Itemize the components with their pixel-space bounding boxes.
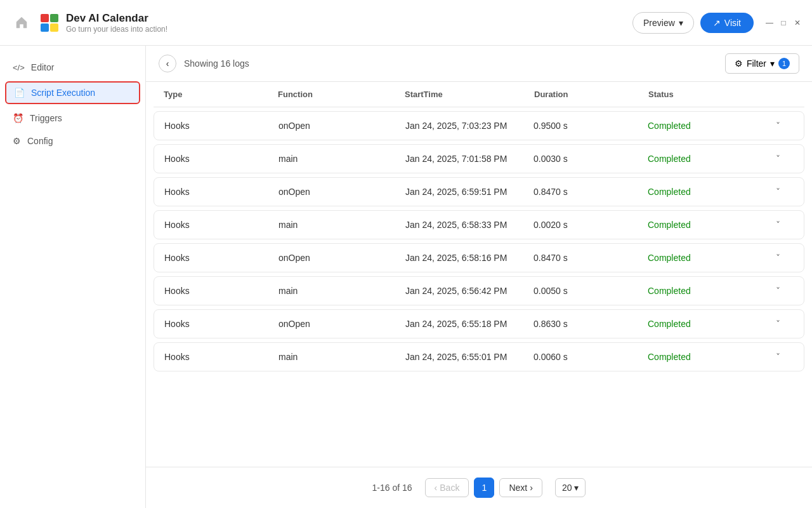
cell-starttime: Jan 24, 2025, 6:59:51 PM [405,187,534,197]
close-button[interactable]: ✕ [793,18,802,27]
cell-starttime: Jan 24, 2025, 6:55:01 PM [405,352,534,362]
table-rows: Hooks onOpen Jan 24, 2025, 7:03:23 PM 0.… [154,111,804,371]
chevron-left-icon: ‹ [166,58,169,69]
sidebar-item-config[interactable]: ⚙ Config [0,130,145,152]
home-icon[interactable] [10,11,33,34]
col-starttime: StartTime [405,90,534,99]
cell-type: Hooks [164,121,278,131]
cell-status: Completed [648,319,762,329]
cell-starttime: Jan 24, 2025, 6:58:33 PM [405,220,534,230]
chevron-down-icon: ▾ [679,18,683,28]
cell-duration: 0.8630 s [534,319,648,329]
cell-function: onOpen [278,187,405,197]
cell-status: Completed [648,220,762,230]
cell-starttime: Jan 24, 2025, 6:58:16 PM [405,253,534,263]
cell-duration: 0.0020 s [534,220,648,230]
showing-label: Showing 16 logs [184,58,249,69]
triggers-icon: ⏰ [13,113,23,123]
cell-function: onOpen [278,253,405,263]
app-title: Dev AI Calendar [66,12,167,25]
sidebar: </> Editor 📄 Script Execution ⏰ Triggers… [0,46,146,508]
cell-type: Hooks [164,319,278,329]
next-button[interactable]: Next › [499,478,542,497]
page-range: 1-16 of 16 [372,483,412,493]
maximize-button[interactable]: □ [779,18,788,27]
code-icon: </> [13,63,25,72]
cell-status: Completed [648,121,762,131]
cell-status: Completed [648,352,762,362]
table-row[interactable]: Hooks main Jan 24, 2025, 6:58:33 PM 0.00… [154,210,804,239]
filter-button[interactable]: ⚙ Filter ▾ 1 [725,53,799,74]
expand-icon[interactable]: ˅ [762,154,794,164]
script-icon: 📄 [14,88,25,98]
chevron-left-icon: ‹ [435,483,438,493]
expand-icon[interactable]: ˅ [762,220,794,230]
cell-type: Hooks [164,253,278,263]
filter-badge: 1 [778,58,790,69]
cell-function: main [278,286,405,296]
table-header: Type Function StartTime Duration Status [154,82,804,107]
cell-starttime: Jan 24, 2025, 6:55:18 PM [405,319,534,329]
cell-starttime: Jan 24, 2025, 6:56:42 PM [405,286,534,296]
cell-function: main [278,154,405,164]
col-duration: Duration [534,90,648,99]
page-number-1[interactable]: 1 [474,478,494,498]
col-type: Type [164,90,278,99]
cell-status: Completed [648,253,762,263]
table-row[interactable]: Hooks onOpen Jan 24, 2025, 7:03:23 PM 0.… [154,111,804,140]
expand-icon[interactable]: ˅ [762,187,794,197]
cell-duration: 0.9500 s [534,121,648,131]
cell-function: onOpen [278,319,405,329]
table-row[interactable]: Hooks main Jan 24, 2025, 6:55:01 PM 0.00… [154,342,804,371]
col-function: Function [278,90,405,99]
table-row[interactable]: Hooks onOpen Jan 24, 2025, 6:55:18 PM 0.… [154,309,804,338]
col-status: Status [648,90,763,99]
config-icon: ⚙ [13,136,21,146]
sidebar-editor-label: </> Editor [0,56,145,79]
cell-function: main [278,220,405,230]
cell-duration: 0.8470 s [534,187,648,197]
table-row[interactable]: Hooks onOpen Jan 24, 2025, 6:59:51 PM 0.… [154,177,804,206]
cell-duration: 0.0030 s [534,154,648,164]
sidebar-item-script-execution[interactable]: 📄 Script Execution [5,81,140,104]
minimize-button[interactable]: — [765,18,774,27]
visit-button[interactable]: ↗ Visit [700,13,754,33]
pagination: 1-16 of 16 ‹ Back 1 Next › 20 ▾ [146,467,812,508]
back-button[interactable]: ‹ Back [425,478,469,497]
cell-type: Hooks [164,154,278,164]
table-row[interactable]: Hooks main Jan 24, 2025, 7:01:58 PM 0.00… [154,144,804,173]
cell-type: Hooks [164,187,278,197]
cell-status: Completed [648,187,762,197]
cell-duration: 0.0050 s [534,286,648,296]
main-content: ‹ Showing 16 logs ⚙ Filter ▾ 1 Type Func… [146,46,812,508]
app-icon [41,14,58,32]
cell-function: main [278,352,405,362]
preview-button[interactable]: Preview ▾ [632,12,694,34]
app-subtitle: Go turn your ideas into action! [66,25,167,34]
cell-type: Hooks [164,352,278,362]
cell-status: Completed [648,154,762,164]
expand-icon[interactable]: ˅ [762,121,794,131]
per-page-dropdown[interactable]: 20 ▾ [555,478,586,497]
table-row[interactable]: Hooks onOpen Jan 24, 2025, 6:58:16 PM 0.… [154,243,804,272]
filter-icon: ⚙ [735,58,743,69]
visit-arrow-icon: ↗ [713,18,721,28]
table-container: Type Function StartTime Duration Status … [146,82,812,467]
filter-chevron-icon: ▾ [770,58,775,69]
content-header: ‹ Showing 16 logs ⚙ Filter ▾ 1 [146,46,812,82]
per-page-chevron-icon: ▾ [574,483,579,493]
chevron-right-icon: › [530,483,533,493]
cell-type: Hooks [164,220,278,230]
expand-icon[interactable]: ˅ [762,319,794,329]
col-expand [763,90,794,99]
cell-duration: 0.8470 s [534,253,648,263]
table-row[interactable]: Hooks main Jan 24, 2025, 6:56:42 PM 0.00… [154,276,804,305]
cell-starttime: Jan 24, 2025, 7:03:23 PM [405,121,534,131]
expand-icon[interactable]: ˅ [762,352,794,362]
cell-duration: 0.0060 s [534,352,648,362]
expand-icon[interactable]: ˅ [762,286,794,296]
cell-status: Completed [648,286,762,296]
sidebar-item-triggers[interactable]: ⏰ Triggers [0,107,145,130]
collapse-button[interactable]: ‹ [159,55,176,72]
expand-icon[interactable]: ˅ [762,253,794,263]
